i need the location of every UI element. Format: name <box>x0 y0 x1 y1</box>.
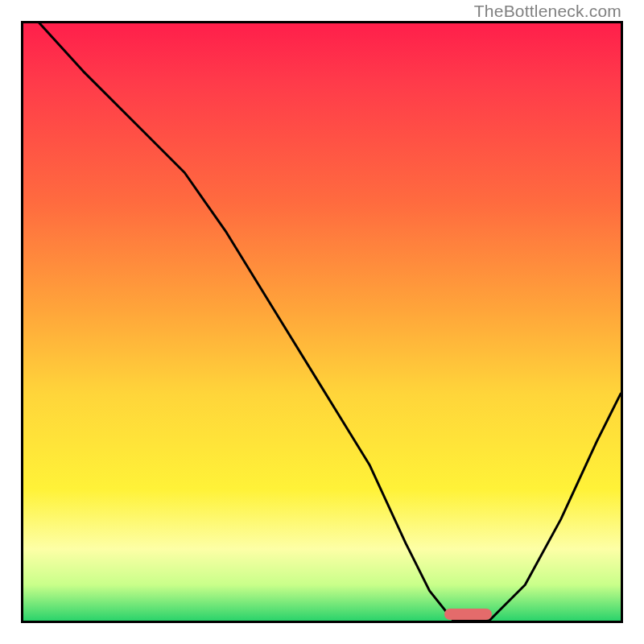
attribution-text: TheBottleneck.com <box>474 2 621 21</box>
plot-area <box>21 21 623 623</box>
chart-container: TheBottleneck.com <box>0 0 644 644</box>
curve-path <box>23 23 621 621</box>
bottleneck-curve <box>23 23 621 621</box>
optimal-range-marker <box>444 609 492 620</box>
